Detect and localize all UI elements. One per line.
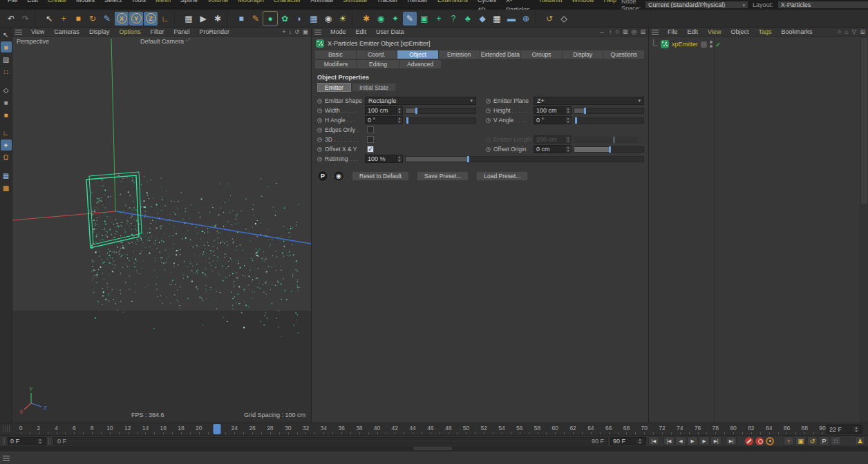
xp-system-icon[interactable]: ✱ (359, 12, 373, 26)
viewport-camera-label[interactable]: Default Camera ∘° (140, 38, 190, 45)
model-mode-icon[interactable]: ■ (1, 41, 12, 52)
offset-origin-slider[interactable] (574, 146, 644, 153)
timeline-ruler[interactable]: 0246810121416182022242628303234363840424… (0, 423, 868, 435)
keyframe-selection-button[interactable] (766, 437, 774, 445)
parameter-mode-button[interactable]: P (819, 436, 829, 445)
prev-frame-button[interactable]: ◀ (675, 436, 686, 445)
height-input[interactable]: 100 cm (534, 106, 565, 115)
object-manager-menu-tags[interactable]: Tags (753, 27, 776, 37)
viewport-menu-filter[interactable]: Filter (145, 27, 169, 37)
xp-generator-icon[interactable]: ▣ (417, 12, 431, 26)
xp-cache-icon[interactable]: ▦ (490, 12, 504, 26)
tab-questions[interactable]: Questions (603, 50, 644, 59)
layout-select[interactable]: X-Particles ▾ (777, 1, 868, 9)
xp-modifier-icon[interactable]: + (432, 12, 446, 26)
render-settings-icon[interactable]: ✱ (211, 12, 225, 26)
timeline-grip[interactable] (3, 425, 10, 432)
width-slider[interactable] (405, 108, 476, 114)
width-spinner[interactable]: ▴▾ (397, 106, 403, 115)
search-icon[interactable]: ○ (838, 28, 841, 35)
edges-only-checkbox[interactable] (367, 126, 374, 133)
tweak-mode-icon[interactable]: ↖ (1, 29, 12, 40)
lock-icon[interactable]: ⊠ (623, 28, 628, 35)
goto-prev-key-button[interactable]: |◀ (663, 436, 674, 445)
undo-icon[interactable]: ↶ (4, 12, 18, 26)
rotate-tool-icon[interactable]: ↻ (86, 12, 100, 26)
viewport-menu-icon[interactable] (15, 30, 22, 35)
offset-origin-spinner[interactable]: ▴▾ (565, 145, 572, 153)
animate-dot-icon[interactable] (317, 108, 322, 113)
goto-end-button[interactable]: ▶| (726, 436, 737, 445)
up-icon[interactable]: ↑ (609, 28, 612, 35)
move-tool-icon[interactable]: + (57, 12, 70, 26)
snap-mode-icon[interactable]: ✦ (1, 139, 12, 151)
polygons-mode-icon[interactable]: ■ (1, 109, 12, 120)
axis-mode-icon[interactable]: ∟ (1, 127, 12, 138)
height-slider[interactable] (574, 108, 644, 114)
axis-y-lock-icon[interactable]: Y (129, 12, 143, 26)
subtab-emitter[interactable]: Emitter (317, 83, 351, 92)
h-angle-spinner[interactable]: ▴▾ (397, 116, 403, 124)
viewport-canvas[interactable]: Perspective Default Camera ∘° YXZ FPS : … (12, 37, 311, 423)
mograph-icon[interactable]: ✿ (278, 12, 292, 26)
xp-paint-icon[interactable]: ✎ (403, 12, 417, 26)
xp-tool-icon[interactable]: ◆ (475, 12, 489, 26)
animate-dot-icon[interactable] (486, 99, 491, 104)
object-manager-menu-object[interactable]: Object (726, 27, 753, 37)
object-manager-menu-edit[interactable]: Edit (683, 27, 704, 37)
tab-groups[interactable]: Groups (521, 50, 562, 59)
object-manager-scrollbar[interactable] (860, 37, 868, 423)
viewport-view-label[interactable]: Perspective (17, 38, 49, 45)
v-angle-slider[interactable] (574, 117, 644, 124)
xp-action-icon[interactable]: ♣ (461, 12, 475, 26)
camera-icon[interactable]: ◉ (321, 12, 335, 26)
character-mode-button[interactable]: ♟ (855, 436, 865, 445)
goto-start-button[interactable]: |◀ (648, 436, 659, 445)
filter-icon[interactable]: ▽ (852, 28, 857, 35)
animate-dot-icon[interactable] (486, 118, 491, 123)
live-selection-icon[interactable]: ↖ (42, 12, 56, 26)
attribute-menu-mode[interactable]: Mode (326, 27, 351, 37)
camera-settings-icon[interactable]: ∘° (185, 38, 190, 45)
attribute-menu-user-data[interactable]: User Data (371, 27, 409, 37)
transport-grip[interactable] (3, 438, 6, 445)
viewport-menu-prorender[interactable]: ProRender (194, 27, 234, 37)
viewport-menu-panel[interactable]: Panel (169, 27, 194, 37)
coord-system-icon[interactable]: ∟ (158, 12, 172, 26)
animate-dot-icon[interactable] (486, 147, 491, 152)
animate-dot-icon[interactable] (317, 157, 322, 162)
object-row-xpemitter[interactable]: xpEmitter ✓ (649, 37, 868, 49)
3d-checkbox[interactable] (367, 136, 374, 143)
axis-z-lock-icon[interactable]: Z (144, 12, 158, 26)
back-icon[interactable]: ← (599, 28, 605, 35)
rotate-view-icon[interactable]: ↺ (294, 28, 300, 35)
tab-modifiers[interactable]: Modifiers (315, 60, 357, 68)
offset-xy-checkbox[interactable]: ✓ (367, 146, 374, 153)
current-frame-field[interactable]: 22 F ▴▾ (827, 425, 862, 434)
animate-dot-icon[interactable] (317, 99, 322, 104)
object-manager-menu-icon[interactable] (652, 30, 659, 35)
tab-editing[interactable]: Editing (357, 60, 399, 68)
axis-x-lock-icon[interactable]: X (115, 12, 129, 26)
status-menu-icon[interactable] (3, 456, 10, 461)
end-frame-field[interactable]: 90 F ▴▾ (610, 437, 646, 445)
visibility-dots-icon[interactable] (710, 41, 713, 48)
object-manager-menu-file[interactable]: File (663, 27, 683, 37)
attribute-menu-icon[interactable] (314, 30, 321, 35)
points-mode-icon[interactable]: ◇ (1, 84, 12, 95)
width-input[interactable]: 100 cm (365, 106, 397, 115)
h-angle-input[interactable]: 0 ° (365, 116, 397, 124)
goto-next-key-button[interactable]: ▶| (710, 436, 721, 445)
animate-dot-icon[interactable] (317, 137, 322, 142)
node-space-select[interactable]: Current (Standard/Physical) ▾ (645, 1, 748, 9)
autokey-button[interactable] (755, 437, 764, 445)
edges-mode-icon[interactable]: ■ (1, 97, 12, 108)
xp-question-icon[interactable]: ? (446, 12, 460, 26)
animate-dot-icon[interactable] (317, 118, 322, 123)
xp-nav-icon[interactable]: ⊕ (519, 12, 533, 26)
object-manager-menu-view[interactable]: View (703, 27, 726, 37)
timeline-playhead[interactable] (213, 424, 220, 434)
record-active-objects-button[interactable] (745, 437, 753, 445)
dolly-view-icon[interactable]: ↓ (288, 28, 292, 35)
psr-reset-icon[interactable]: ↺ (542, 12, 556, 26)
